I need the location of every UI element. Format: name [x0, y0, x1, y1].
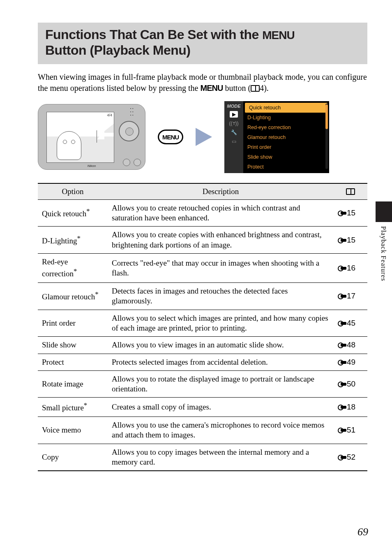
option-description: Allows you to use the camera's microphon…: [108, 417, 334, 444]
option-reference: 50: [334, 370, 367, 398]
wrench-icon: 🔧: [230, 129, 238, 136]
page-title: Functions That Can Be Set with the MENU …: [45, 27, 360, 58]
table-row: Quick retouch*Allows you to create retou…: [38, 199, 367, 227]
menu-button-icon: MENU: [158, 130, 183, 144]
chapter-title-block: Functions That Can Be Set with the MENU …: [38, 23, 367, 64]
option-description: Allows you to rotate the displayed image…: [108, 370, 334, 398]
option-reference: 52: [334, 444, 367, 471]
option-reference: 49: [334, 354, 367, 370]
table-row: Slide showAllows you to view images in a…: [38, 337, 367, 354]
table-row: Print orderAllows you to select which im…: [38, 310, 367, 337]
menu-item: Protect: [243, 162, 329, 172]
option-reference: 15: [334, 227, 367, 254]
menu-preview: MODE ▶ ((ᴛ)) 🔧 ▭ Quick retouchD-Lighting…: [224, 101, 329, 173]
lcd-counter: 4/4: [107, 113, 112, 117]
reference-icon: [338, 211, 347, 216]
camera-back-illustration: 4/4 Nikon: [38, 104, 145, 170]
multi-selector-icon: [119, 121, 139, 141]
th-reference: [334, 183, 367, 200]
option-description: Allows you to create copies with enhance…: [108, 227, 334, 254]
option-name: Rotate image: [38, 370, 108, 398]
intro-paragraph: When viewing images in full-frame playba…: [38, 72, 367, 94]
reference-icon: [338, 428, 347, 433]
reference-icon: [338, 382, 347, 387]
option-name: Voice memo: [38, 417, 108, 444]
table-row: Small picture*Creates a small copy of im…: [38, 398, 367, 417]
option-name: Glamour retouch*: [38, 282, 108, 310]
option-name: Protect: [38, 354, 108, 370]
option-description: Detects faces in images and retouches th…: [108, 282, 334, 310]
th-option: Option: [38, 183, 108, 200]
option-name: Copy: [38, 444, 108, 471]
menu-item: Slide show: [243, 152, 329, 162]
table-row: Red-eye correction*Corrects "red-eye" th…: [38, 254, 367, 283]
page-number: 69: [357, 526, 368, 538]
scrollbar: [325, 104, 328, 169]
option-reference: 18: [334, 398, 367, 417]
arrow-right-icon: [196, 128, 212, 146]
table-row: CopyAllows you to copy images between th…: [38, 444, 367, 471]
table-row: Voice memoAllows you to use the camera's…: [38, 417, 367, 444]
option-name: Print order: [38, 310, 108, 337]
option-reference: 16: [334, 254, 367, 283]
option-reference: 51: [334, 417, 367, 444]
side-tab: Playback Features: [376, 201, 392, 308]
reference-icon: [338, 266, 347, 271]
table-row: Rotate imageAllows you to rotate the dis…: [38, 370, 367, 398]
title-line2: Button (Playback Menu): [45, 43, 190, 58]
th-description: Description: [108, 183, 334, 200]
menu-item: Print order: [243, 142, 329, 152]
menu-item: D-Lighting: [243, 113, 329, 123]
reference-icon: [338, 294, 347, 299]
options-table: Option Description Quick retouch*Allows …: [38, 183, 367, 472]
reference-icon: [338, 321, 347, 326]
cam-button-1: [123, 159, 130, 166]
option-description: Allows you to copy images between the in…: [108, 444, 334, 471]
option-description: Protects selected images from accidental…: [108, 354, 334, 370]
reference-icon: [338, 238, 347, 243]
reference-icon: [338, 455, 347, 460]
book-icon-header: [346, 188, 355, 195]
option-description: Allows you to select which images are pr…: [108, 310, 334, 337]
option-name: Small picture*: [38, 398, 108, 417]
reference-icon: [338, 360, 347, 366]
option-description: Allows you to create retouched copies in…: [108, 199, 334, 227]
mode-label: MODE: [227, 104, 241, 109]
menu-button-label: MENU: [162, 134, 179, 141]
card-icon: ▭: [230, 138, 238, 145]
menu-item: Quick retouch: [245, 103, 327, 113]
illustration-row: 4/4 Nikon MENU MODE ▶ ((ᴛ)) 🔧 ▭ Quick re…: [38, 101, 367, 173]
option-reference: 17: [334, 282, 367, 310]
option-name: Red-eye correction*: [38, 254, 108, 283]
menu-glyph-title: MENU: [262, 29, 294, 42]
menu-item: Red-eye correction: [243, 123, 329, 132]
option-reference: 48: [334, 337, 367, 354]
book-icon: [251, 85, 260, 92]
intro-part2: button (: [223, 83, 251, 93]
antenna-icon: ((ᴛ)): [230, 120, 238, 127]
table-row: D-Lighting*Allows you to create copies w…: [38, 227, 367, 254]
reference-icon: [338, 342, 347, 348]
side-tab-label: Playback Features: [376, 222, 391, 285]
cam-button-2: [134, 159, 141, 166]
intro-menu-glyph: MENU: [200, 83, 223, 93]
play-icon: ▶: [230, 111, 238, 118]
option-description: Creates a small copy of images.: [108, 398, 334, 417]
option-name: Quick retouch*: [38, 199, 108, 227]
option-reference: 15: [334, 199, 367, 227]
table-row: ProtectProtects selected images from acc…: [38, 354, 367, 370]
camera-logo: Nikon: [88, 164, 96, 168]
option-description: Allows you to view images in an automati…: [108, 337, 334, 354]
intro-part3: ).: [264, 83, 269, 93]
option-name: Slide show: [38, 337, 108, 354]
option-name: D-Lighting*: [38, 227, 108, 254]
side-tab-marker: [376, 201, 392, 222]
camera-lcd: 4/4: [46, 112, 114, 163]
option-description: Corrects "red-eye" that may occur in ima…: [108, 254, 334, 283]
title-line1: Functions That Can Be Set with the: [45, 27, 262, 42]
reference-icon: [338, 405, 347, 410]
intro-ref: 4: [260, 83, 264, 93]
menu-item: Glamour retouch: [243, 132, 329, 142]
table-row: Glamour retouch*Detects faces in images …: [38, 282, 367, 310]
option-reference: 45: [334, 310, 367, 337]
